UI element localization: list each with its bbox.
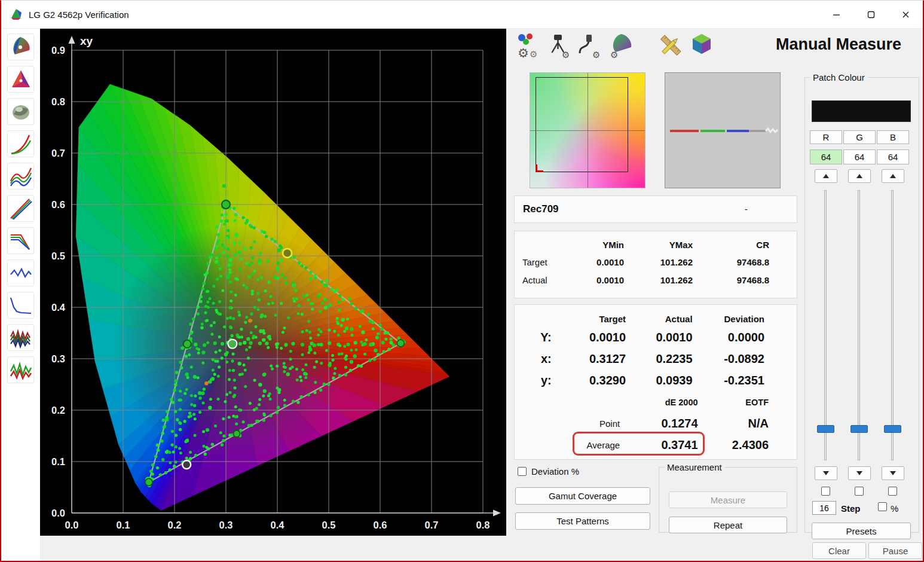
du-trend-view-button[interactable] (7, 259, 34, 286)
r-slider-track[interactable] (824, 190, 827, 460)
luminance-actual-row: Actual 0.0010 101.262 97468.8 (515, 271, 797, 289)
b-slider-handle[interactable] (884, 425, 901, 433)
r-decrease-button[interactable] (815, 466, 837, 480)
colorspace-name: Rec709 (515, 203, 559, 215)
svg-text:⚙: ⚙ (518, 46, 529, 59)
r-value-field[interactable]: 64 (810, 149, 842, 164)
tripod-probe-icon: ⚙ (545, 32, 573, 59)
measurement-group-title: Measurement (664, 462, 725, 472)
up-arrow-icon (823, 174, 829, 178)
b-slider-track[interactable] (891, 190, 894, 460)
r-increase-button[interactable] (815, 169, 837, 183)
rgb-tracking-preview (665, 72, 781, 188)
eotf-tracking-view-button[interactable] (7, 227, 34, 254)
colorspace-value: - (745, 204, 797, 215)
svg-text:0.8: 0.8 (476, 520, 490, 530)
g-lock-checkbox[interactable] (855, 487, 864, 496)
rgb-ramp-view-button[interactable] (7, 195, 34, 222)
preview-gamut-rect (536, 77, 628, 172)
svg-text:0.9: 0.9 (51, 45, 65, 56)
xy-header-row: Target Actual Deviation (515, 311, 797, 326)
gamma-curves-view-button[interactable] (7, 130, 34, 157)
measure-tools-button[interactable] (657, 32, 684, 59)
measurement-table: Target Actual Deviation Y: 0.0010 0.0010… (514, 304, 797, 460)
clear-button[interactable]: Clear (812, 542, 866, 559)
patch-colour-swatch (812, 100, 911, 122)
luminance-target-row: Target 0.0010 101.262 97468.8 (515, 253, 797, 271)
minimize-button[interactable] (819, 1, 853, 28)
gamut-triangle-view-button[interactable] (7, 66, 34, 93)
g-decrease-button[interactable] (848, 466, 871, 480)
patch-colour-title: Patch Colour (810, 72, 868, 83)
g-value-field[interactable]: 64 (843, 149, 876, 164)
svg-text:0.3: 0.3 (219, 520, 233, 530)
b-value-field[interactable]: 64 (877, 149, 909, 164)
cie-chart-icon (9, 35, 33, 59)
luminance-table: YMin YMax CR Target 0.0010 101.262 97468… (514, 231, 797, 298)
svg-text:0.8: 0.8 (51, 96, 65, 107)
svg-text:0.2: 0.2 (168, 520, 182, 530)
r-slider-handle[interactable] (817, 425, 834, 433)
pause-button[interactable]: Pause (868, 542, 922, 559)
mode-title: Manual Measure (710, 35, 901, 54)
rgb-ramp-icon (9, 197, 33, 221)
rgb-error-view-button[interactable] (7, 324, 34, 351)
cie-chart-canvas: 0.00.10.20.30.40.50.60.70.80.00.10.20.30… (40, 29, 506, 536)
down-arrow-icon (823, 471, 829, 475)
repeat-button[interactable]: Repeat (669, 517, 787, 533)
r-channel-header[interactable]: R (810, 130, 842, 144)
test-patterns-button[interactable]: Test Patterns (515, 512, 650, 530)
de-average-row: Average 0.3741 2.4306 (515, 434, 797, 456)
step-value-input[interactable] (812, 501, 836, 515)
deviation-percent-checkbox[interactable] (518, 467, 527, 476)
cie-chart[interactable]: 0.00.10.20.30.40.50.60.70.80.00.10.20.30… (40, 29, 506, 536)
r-lock-checkbox[interactable] (821, 487, 830, 496)
percent-checkbox[interactable] (878, 502, 887, 511)
rgb-curves-icon (9, 164, 33, 188)
col-ymin: YMin (571, 240, 624, 250)
de-header-row: dE 2000 EOTF (515, 395, 797, 410)
de-point-row: Point 0.1274 N/A (515, 413, 797, 434)
g-channel-header[interactable]: G (843, 130, 876, 144)
colorspace-box: Rec709 - (514, 196, 797, 223)
cie-chart-view-button[interactable] (7, 33, 34, 60)
app-window: LG G2 4562p Verification (0, 0, 924, 562)
rgb-curves-view-button[interactable] (7, 163, 34, 190)
probe-settings-button[interactable]: ⚙ (545, 32, 573, 59)
window-title: LG G2 4562p Verification (29, 10, 129, 20)
presets-button[interactable]: Presets (812, 523, 911, 539)
svg-text:xy: xy (80, 35, 93, 47)
delta-trend-icon (9, 358, 33, 382)
connection-settings-button[interactable]: ⚙ (576, 32, 604, 59)
gamut-3d-view-button[interactable] (7, 98, 34, 125)
svg-text:0.0: 0.0 (65, 520, 79, 530)
gamut-triangle-icon (9, 68, 33, 91)
y-luminance-row: Y: 0.0010 0.0010 0.0000 (515, 326, 797, 348)
b-channel-header[interactable]: B (877, 130, 909, 144)
luminance-header-row: YMin YMax CR (515, 236, 797, 253)
b-increase-button[interactable] (882, 169, 904, 183)
lum-trend-view-button[interactable] (7, 292, 34, 319)
close-button[interactable] (888, 1, 923, 28)
svg-text:0.2: 0.2 (51, 405, 65, 416)
eotf-tracking-icon (9, 229, 33, 253)
b-decrease-button[interactable] (882, 466, 904, 480)
g-increase-button[interactable] (848, 169, 871, 183)
up-arrow-icon (856, 174, 862, 178)
gamut-coverage-button[interactable]: Gamut Coverage (515, 487, 650, 505)
maximize-button[interactable] (853, 1, 888, 28)
gamut-settings-button[interactable]: ⚙ (607, 32, 635, 59)
b-lock-checkbox[interactable] (888, 487, 897, 496)
profiling-settings-button[interactable]: ⚙⚙ (514, 32, 541, 59)
y-chroma-row: y: 0.3290 0.0939 -0.2351 (515, 369, 797, 391)
delta-trend-view-button[interactable] (7, 356, 34, 383)
g-slider-track[interactable] (858, 190, 860, 460)
color-gamut-preview (530, 72, 645, 188)
svg-text:0.7: 0.7 (425, 520, 439, 530)
percent-label: % (891, 503, 898, 514)
chart-mode-sidebar (1, 29, 40, 561)
down-arrow-icon (890, 471, 896, 475)
measure-button[interactable]: Measure (669, 491, 787, 508)
g-slider-handle[interactable] (850, 425, 868, 433)
measurement-group: Measurement Measure Repeat (659, 462, 797, 533)
